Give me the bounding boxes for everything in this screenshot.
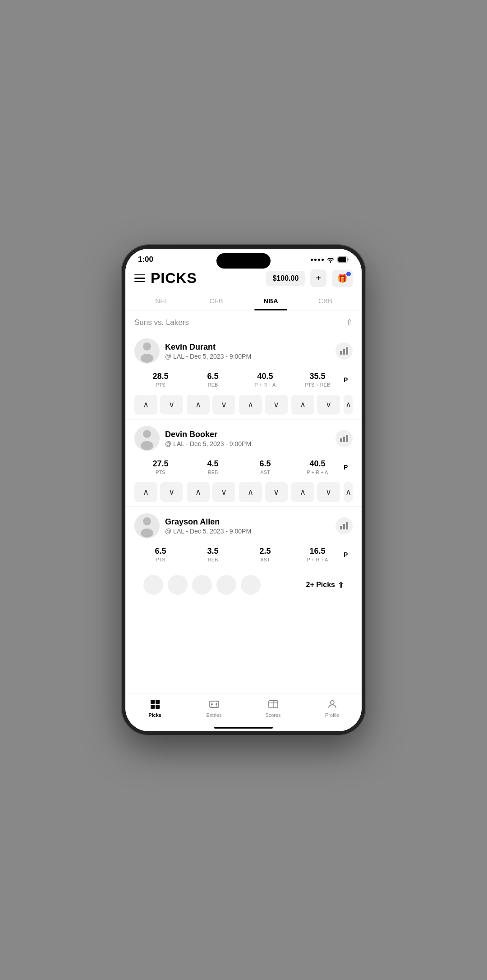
stat-partial-grayson: P xyxy=(344,545,353,564)
matchup-title: Suns vs. Lakers xyxy=(134,318,189,327)
nav-label-entries: Entries xyxy=(206,712,221,718)
svg-point-26 xyxy=(216,703,217,705)
pick-avatar-4 xyxy=(216,575,236,595)
over-btn-pts[interactable]: ∧ xyxy=(134,395,157,415)
nav-item-scores[interactable]: Scores xyxy=(244,698,303,718)
player-details-grayson: Grayson Allen @ LAL - Dec 5, 2023 - 9:00… xyxy=(165,517,330,535)
svg-point-4 xyxy=(141,354,153,363)
player-card-grayson-allen: Grayson Allen @ LAL - Dec 5, 2023 - 9:00… xyxy=(125,507,362,605)
stat-pts-reb: 35.5 PTS + REB xyxy=(291,370,344,389)
over-btn-partial-devin[interactable]: ∧ xyxy=(344,482,353,502)
chevron-up-icon[interactable]: ⇧ xyxy=(346,318,353,328)
bottom-nav: Picks Entries xyxy=(125,693,362,727)
svg-rect-13 xyxy=(346,435,348,442)
pick-avatar-1 xyxy=(143,575,163,595)
home-indicator xyxy=(214,727,273,729)
app-title: PICKS xyxy=(151,270,261,287)
under-btn-pra[interactable]: ∨ xyxy=(265,395,288,415)
tab-nba[interactable]: NBA xyxy=(244,292,298,310)
hamburger-icon[interactable] xyxy=(134,274,145,283)
player-name: Kevin Durant xyxy=(165,342,330,352)
add-button[interactable]: + xyxy=(310,269,326,287)
over-btn-pra[interactable]: ∧ xyxy=(239,395,262,415)
nav-item-profile[interactable]: Profile xyxy=(303,698,362,718)
over-btn-pra-devin[interactable]: ∧ xyxy=(291,482,314,502)
nav-item-entries[interactable]: Entries xyxy=(184,698,244,718)
more-picks-label: 2+ Picks xyxy=(306,581,335,589)
under-btn-pts-reb[interactable]: ∨ xyxy=(317,395,340,415)
svg-point-16 xyxy=(141,529,153,538)
under-btn-pts[interactable]: ∨ xyxy=(160,395,183,415)
entries-icon xyxy=(208,698,221,711)
stat-reb-devin: 4.5 REB xyxy=(187,457,239,477)
btn-group-pts-reb: ∧ ∨ xyxy=(291,395,340,415)
svg-rect-21 xyxy=(156,700,160,704)
stat-partial: P xyxy=(344,370,353,389)
player-game: @ LAL - Dec 5, 2023 - 9:00PM xyxy=(165,353,330,360)
under-btn-pra-devin[interactable]: ∨ xyxy=(317,482,340,502)
btn-group-reb: ∧ ∨ xyxy=(187,395,235,415)
svg-rect-1 xyxy=(338,257,346,262)
pick-avatar-5 xyxy=(241,575,261,595)
stat-pra: 40.5 P + R + A xyxy=(239,370,291,389)
battery-icon xyxy=(337,256,349,263)
under-btn-pts-devin[interactable]: ∨ xyxy=(160,482,183,502)
player-info-row-devin: Devin Booker @ LAL - Dec 5, 2023 - 9:00P… xyxy=(134,426,353,451)
stats-row-kevin-durant: 28.5 PTS 6.5 REB 40.5 P + R + A 35.5 PTS… xyxy=(134,370,353,389)
tab-cfb[interactable]: CFB xyxy=(189,292,244,310)
balance-button[interactable]: $100.00 xyxy=(266,271,305,286)
avatar-kevin-durant xyxy=(134,338,160,364)
avatar-devin-booker xyxy=(134,426,160,451)
buttons-row-kevin-durant: ∧ ∨ ∧ ∨ ∧ ∨ ∧ ∨ xyxy=(134,395,353,415)
under-btn-reb[interactable]: ∨ xyxy=(212,395,235,415)
svg-point-9 xyxy=(143,430,151,438)
gift-badge xyxy=(346,272,351,276)
btn-group-pts: ∧ ∨ xyxy=(134,395,183,415)
stats-chart-button-kevin-durant[interactable] xyxy=(335,342,353,360)
over-btn-ast-devin[interactable]: ∧ xyxy=(239,482,262,502)
over-btn-pts-devin[interactable]: ∧ xyxy=(134,482,157,502)
svg-rect-6 xyxy=(343,349,345,355)
stat-pts-devin: 27.5 PTS xyxy=(134,457,187,477)
player-details-devin-booker: Devin Booker @ LAL - Dec 5, 2023 - 9:00P… xyxy=(165,430,330,447)
tab-cbb[interactable]: CBB xyxy=(298,292,353,310)
nav-item-picks[interactable]: Picks xyxy=(125,698,184,718)
player-card-kevin-durant: Kevin Durant @ LAL - Dec 5, 2023 - 9:00P… xyxy=(125,332,362,419)
tab-nfl[interactable]: NFL xyxy=(134,292,189,310)
player-info-row: Kevin Durant @ LAL - Dec 5, 2023 - 9:00P… xyxy=(134,338,353,364)
signal-icon xyxy=(311,259,324,261)
btn-group-pra: ∧ ∨ xyxy=(239,395,288,415)
stat-pra-grayson: 16.5 P + R + A xyxy=(291,545,344,564)
svg-point-30 xyxy=(331,701,334,704)
profile-icon xyxy=(326,698,339,711)
under-btn-reb-devin[interactable]: ∨ xyxy=(212,482,235,502)
btn-partial: ∧ xyxy=(344,395,353,415)
stat-ast-grayson: 2.5 AST xyxy=(239,545,291,564)
more-picks-button[interactable]: 2+ Picks ⇧ xyxy=(306,581,344,589)
over-btn-pts-reb[interactable]: ∧ xyxy=(291,395,314,415)
svg-rect-19 xyxy=(346,522,348,529)
btn-group-reb-devin: ∧ ∨ xyxy=(187,482,235,502)
nav-label-scores: Scores xyxy=(265,712,280,718)
svg-point-15 xyxy=(143,517,151,525)
picks-bar: 2+ Picks ⇧ xyxy=(134,570,353,600)
over-btn-reb-devin[interactable]: ∧ xyxy=(187,482,210,502)
svg-rect-18 xyxy=(343,524,345,529)
under-btn-ast-devin[interactable]: ∨ xyxy=(265,482,288,502)
sport-tabs: NFL CFB NBA CBB xyxy=(125,292,362,310)
chevron-up-picks-icon: ⇧ xyxy=(338,581,344,589)
stats-chart-button-grayson[interactable] xyxy=(335,517,353,534)
pick-avatar-3 xyxy=(192,575,212,595)
stat-reb: 6.5 REB xyxy=(187,370,239,389)
over-btn-partial[interactable]: ∧ xyxy=(344,395,353,415)
stat-pts-grayson: 6.5 PTS xyxy=(134,545,187,564)
over-btn-reb[interactable]: ∧ xyxy=(187,395,210,415)
gift-button[interactable]: 🎁 xyxy=(332,270,353,287)
player-details-kevin-durant: Kevin Durant @ LAL - Dec 5, 2023 - 9:00P… xyxy=(165,342,330,360)
stat-partial-devin: P xyxy=(344,457,353,477)
svg-rect-23 xyxy=(156,705,160,709)
stats-chart-button-devin[interactable] xyxy=(335,430,353,447)
svg-point-10 xyxy=(141,441,153,450)
stats-row-devin: 27.5 PTS 4.5 REB 6.5 AST 40.5 P + R + A xyxy=(134,457,353,477)
player-name-grayson: Grayson Allen xyxy=(165,517,330,527)
